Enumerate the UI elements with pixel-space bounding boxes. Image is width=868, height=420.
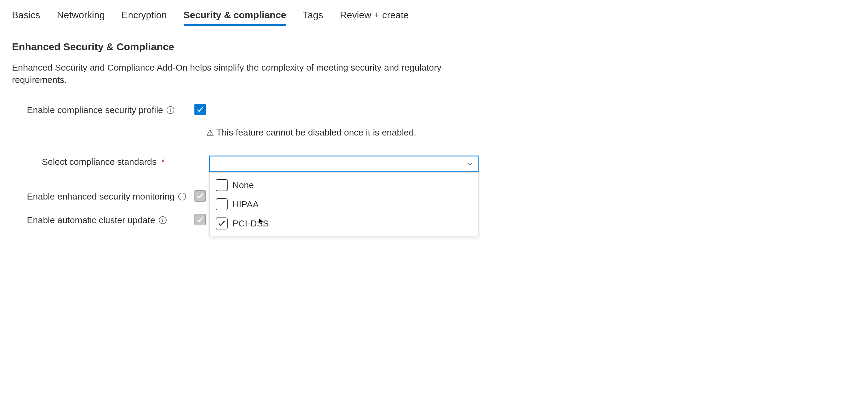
tab-networking[interactable]: Networking bbox=[57, 6, 105, 26]
tab-encryption[interactable]: Encryption bbox=[121, 6, 166, 26]
option-checkbox-none[interactable] bbox=[216, 179, 228, 191]
info-icon[interactable]: i bbox=[178, 193, 186, 201]
checkbox-enable-auto-cluster-update bbox=[194, 214, 206, 225]
dropdown-compliance-standards[interactable] bbox=[209, 155, 478, 172]
label-enable-auto-cluster-update: Enable automatic cluster update i bbox=[27, 214, 194, 225]
required-indicator: * bbox=[161, 157, 165, 167]
option-checkbox-hipaa[interactable] bbox=[216, 198, 228, 210]
chevron-down-icon bbox=[467, 161, 473, 167]
label-text-enable-monitoring: Enable enhanced security monitoring bbox=[27, 191, 175, 202]
checkbox-enable-enhanced-monitoring bbox=[194, 190, 206, 202]
tab-basics[interactable]: Basics bbox=[12, 6, 40, 26]
option-pci-dss[interactable]: PCI-DSS bbox=[214, 214, 473, 233]
warning-text: This feature cannot be disabled once it … bbox=[216, 127, 416, 138]
option-none[interactable]: None bbox=[214, 176, 473, 195]
label-text-enable-auto-update: Enable automatic cluster update bbox=[27, 215, 155, 225]
info-icon[interactable]: i bbox=[166, 106, 175, 114]
checkbox-enable-compliance-profile[interactable] bbox=[194, 104, 206, 115]
label-enable-enhanced-monitoring: Enable enhanced security monitoring i bbox=[27, 190, 194, 202]
info-icon[interactable]: i bbox=[159, 216, 166, 224]
warning-icon: ⚠ bbox=[206, 128, 214, 138]
tab-review-create[interactable]: Review + create bbox=[340, 6, 409, 26]
warning-cannot-disable: ⚠ This feature cannot be disabled once i… bbox=[206, 127, 856, 138]
option-label-none: None bbox=[232, 180, 254, 190]
label-enable-compliance-profile: Enable compliance security profile i bbox=[27, 104, 194, 115]
tab-bar: Basics Networking Encryption Security & … bbox=[12, 6, 856, 26]
section-title: Enhanced Security & Compliance bbox=[12, 41, 856, 53]
dropdown-menu-compliance-standards: None HIPAA PCI-DSS bbox=[209, 172, 478, 236]
label-text-enable-profile: Enable compliance security profile bbox=[27, 105, 163, 115]
label-text-select-standards: Select compliance standards bbox=[42, 157, 157, 167]
tab-security-compliance[interactable]: Security & compliance bbox=[184, 6, 286, 26]
tab-tags[interactable]: Tags bbox=[303, 6, 323, 26]
row-enable-compliance-profile: Enable compliance security profile i bbox=[12, 104, 856, 116]
label-select-compliance-standards: Select compliance standards * bbox=[27, 155, 209, 167]
option-label-pci-dss: PCI-DSS bbox=[232, 218, 269, 229]
option-label-hipaa: HIPAA bbox=[232, 199, 259, 209]
option-checkbox-pci-dss[interactable] bbox=[216, 217, 228, 230]
row-select-compliance-standards: Select compliance standards * None bbox=[12, 155, 856, 172]
section-description: Enhanced Security and Compliance Add-On … bbox=[12, 62, 446, 86]
option-hipaa[interactable]: HIPAA bbox=[214, 195, 473, 214]
